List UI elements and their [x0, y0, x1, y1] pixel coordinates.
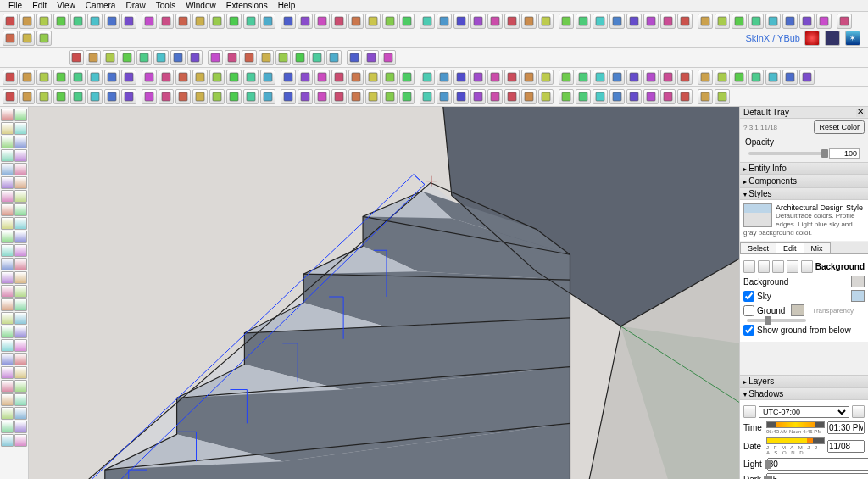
toolbar-button[interactable] — [142, 70, 157, 85]
background-color-swatch[interactable] — [851, 276, 865, 287]
toolbar-button[interactable] — [226, 14, 242, 29]
toolbar-button[interactable] — [660, 70, 676, 85]
toolbar-button[interactable] — [453, 70, 469, 85]
tool-button[interactable] — [1, 434, 14, 447]
toolbar-button[interactable] — [292, 50, 308, 65]
toolbar-button[interactable] — [192, 14, 208, 29]
menu-tools[interactable]: Tools — [151, 1, 181, 10]
toolbar-button[interactable] — [364, 50, 379, 65]
light-value-input[interactable] — [767, 458, 868, 471]
time-slider[interactable] — [766, 421, 825, 428]
toolbar-button[interactable] — [782, 14, 798, 29]
toolbar-button[interactable] — [365, 14, 381, 29]
toolbar-button[interactable] — [136, 50, 152, 65]
tool-button[interactable] — [14, 271, 27, 284]
toolbar-button[interactable] — [799, 70, 815, 85]
toolbar-button[interactable] — [260, 89, 275, 104]
show-ground-checkbox[interactable] — [743, 325, 754, 336]
plugin-icon[interactable]: ✶ — [845, 31, 860, 46]
toolbar-button[interactable] — [643, 70, 659, 85]
toolbar-button[interactable] — [382, 70, 398, 85]
tool-button[interactable] — [1, 244, 14, 257]
opacity-slider[interactable] — [748, 152, 827, 155]
tool-button[interactable] — [14, 339, 27, 352]
tool-button[interactable] — [1, 203, 14, 216]
tool-button[interactable] — [1, 353, 14, 365]
toolbar-button[interactable] — [715, 89, 730, 104]
toolbar-button[interactable] — [121, 70, 136, 85]
toolbar-button[interactable] — [487, 89, 503, 104]
date-value-input[interactable] — [827, 440, 865, 453]
toolbar-button[interactable] — [677, 89, 693, 104]
tool-button[interactable] — [1, 190, 14, 203]
tool-button[interactable] — [1, 380, 14, 393]
toolbar-button[interactable] — [347, 50, 362, 65]
tool-button[interactable] — [1, 407, 14, 420]
tool-button[interactable] — [14, 176, 27, 189]
toolbar-button[interactable] — [159, 14, 174, 29]
toolbar-button[interactable] — [3, 14, 18, 29]
toolbar-button[interactable] — [504, 89, 520, 104]
menu-help[interactable]: Help — [273, 1, 301, 10]
toolbar-button[interactable] — [399, 70, 415, 85]
toolbar-button[interactable] — [259, 50, 274, 65]
toolbar-button[interactable] — [782, 70, 798, 85]
tool-button[interactable] — [1, 285, 14, 298]
tray-close-icon[interactable]: ✕ — [856, 109, 865, 117]
toolbar-button[interactable] — [192, 89, 208, 104]
time-value-input[interactable] — [827, 421, 865, 434]
toolbar-button[interactable] — [3, 89, 18, 104]
toolbar-button[interactable] — [70, 14, 86, 29]
toolbar-button[interactable] — [420, 14, 435, 29]
modeling-settings-icon[interactable] — [801, 260, 813, 273]
toolbar-button[interactable] — [487, 14, 503, 29]
edge-settings-icon[interactable] — [743, 260, 755, 273]
tool-button[interactable] — [1, 421, 14, 433]
toolbar-button[interactable] — [715, 14, 730, 29]
toolbar-button[interactable] — [298, 89, 313, 104]
tool-button[interactable] — [1, 339, 14, 352]
toolbar-button[interactable] — [593, 14, 608, 29]
toolbar-button[interactable] — [142, 14, 157, 29]
toolbar-button[interactable] — [170, 50, 186, 65]
toolbar-button[interactable] — [504, 70, 520, 85]
toolbar-button[interactable] — [281, 89, 296, 104]
toolbar-button[interactable] — [53, 70, 69, 85]
toolbar-button[interactable] — [281, 14, 296, 29]
tool-button[interactable] — [1, 217, 14, 230]
toolbar-button[interactable] — [121, 89, 136, 104]
toolbar-button[interactable] — [53, 14, 69, 29]
sky-color-swatch[interactable] — [851, 290, 865, 302]
toolbar-button[interactable] — [626, 89, 642, 104]
tool-button[interactable] — [14, 244, 27, 257]
toolbar-button[interactable] — [298, 70, 313, 85]
toolbar-button[interactable] — [732, 14, 747, 29]
toolbar-button[interactable] — [36, 70, 52, 85]
menu-camera[interactable]: Camera — [81, 1, 121, 10]
tool-button[interactable] — [14, 312, 27, 325]
watermark-settings-icon[interactable] — [787, 260, 798, 273]
tool-button[interactable] — [14, 217, 27, 230]
toolbar-button[interactable] — [698, 70, 713, 85]
toolbar-button[interactable] — [837, 14, 852, 29]
toolbar-button[interactable] — [331, 14, 347, 29]
tool-button[interactable] — [1, 231, 14, 243]
tool-button[interactable] — [14, 326, 27, 338]
toolbar-button[interactable] — [175, 89, 191, 104]
toolbar-button[interactable] — [453, 14, 469, 29]
toolbar-button[interactable] — [104, 89, 120, 104]
record-icon[interactable] — [804, 31, 820, 46]
date-slider[interactable] — [766, 437, 825, 444]
tool-button[interactable] — [1, 271, 14, 284]
menu-file[interactable]: File — [3, 1, 27, 10]
toolbar-button[interactable] — [381, 50, 396, 65]
toolbar-button[interactable] — [87, 70, 103, 85]
toolbar-button[interactable] — [732, 70, 747, 85]
tool-button[interactable] — [1, 312, 14, 325]
panel-entity-info[interactable]: Entity Info — [740, 162, 868, 175]
tool-button[interactable] — [1, 122, 14, 135]
toolbar-button[interactable] — [36, 31, 52, 46]
tool-button[interactable] — [14, 298, 27, 311]
toolbar-button[interactable] — [225, 50, 240, 65]
shadow-details-icon[interactable] — [852, 405, 865, 418]
